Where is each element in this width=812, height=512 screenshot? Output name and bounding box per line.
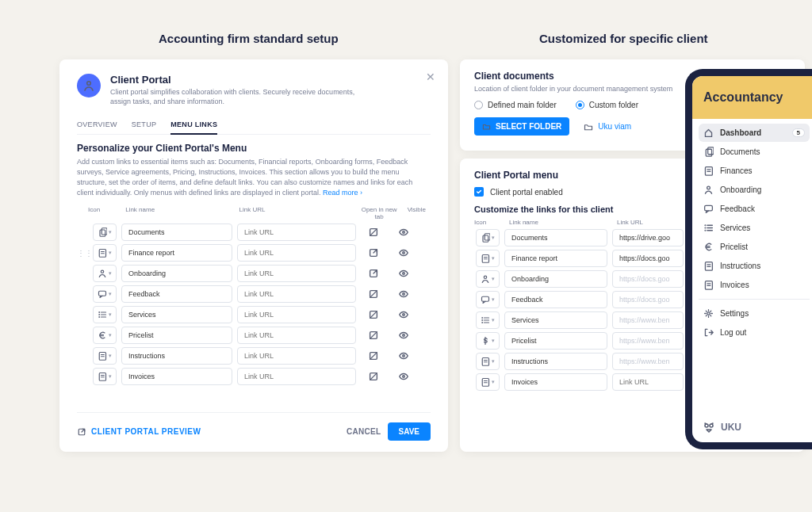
icon-picker[interactable]: ▾ <box>476 291 500 308</box>
link-name-input[interactable] <box>121 244 232 262</box>
link-url-input[interactable] <box>237 265 356 282</box>
icon-picker[interactable]: ▾ <box>93 306 117 323</box>
sidebar-item-onboarding[interactable]: Onboarding <box>699 181 810 199</box>
link-name-input[interactable] <box>121 347 232 365</box>
link-url-input[interactable] <box>237 327 356 344</box>
link-url-input[interactable] <box>612 250 684 267</box>
icon-picker[interactable]: ▾ <box>93 244 117 262</box>
visibility-toggle[interactable] <box>391 306 416 323</box>
sidebar-item-feedback[interactable]: Feedback <box>699 200 810 218</box>
link-url-input[interactable] <box>612 229 684 246</box>
link-name-input[interactable] <box>121 224 232 241</box>
icon-picker[interactable]: ▾ <box>476 373 500 391</box>
radio-custom-folder[interactable]: Custom folder <box>576 101 638 109</box>
link-url-input[interactable] <box>612 353 684 370</box>
open-in-new-tab-toggle[interactable] <box>361 327 386 344</box>
open-in-new-tab-toggle[interactable] <box>361 265 386 282</box>
open-in-new-tab-toggle[interactable] <box>361 244 386 262</box>
chevron-down-icon: ▾ <box>109 332 112 338</box>
sidebar-item-invoices[interactable]: Invoices <box>699 276 810 294</box>
chevron-down-icon: ▾ <box>109 353 112 359</box>
sidebar-item-dashboard[interactable]: Dashboard5 <box>699 124 810 142</box>
icon-picker[interactable]: ▾ <box>93 327 117 344</box>
cancel-button[interactable]: CANCEL <box>347 427 381 436</box>
link-url-input[interactable] <box>237 368 356 385</box>
link-url-input[interactable] <box>612 291 684 308</box>
sidebar-item-log-out[interactable]: Log out <box>699 323 810 342</box>
icon-picker[interactable]: ▾ <box>476 270 500 288</box>
save-button[interactable]: SAVE <box>388 422 431 441</box>
visibility-toggle[interactable] <box>391 327 416 344</box>
link-url-input[interactable] <box>237 347 356 365</box>
sidebar-item-label: Settings <box>720 309 749 318</box>
sidebar-item-documents[interactable]: Documents <box>699 143 810 161</box>
tab-setup[interactable]: SETUP <box>132 117 157 134</box>
open-in-new-tab-toggle[interactable] <box>361 368 386 385</box>
icon-picker[interactable]: ▾ <box>476 332 500 350</box>
link-name-input[interactable] <box>504 229 607 246</box>
open-in-new-tab-toggle[interactable] <box>361 306 386 323</box>
icon-picker[interactable]: ▾ <box>93 224 117 241</box>
link-name-input[interactable] <box>504 373 607 391</box>
menu-row: ⋮⋮▾ <box>77 244 431 262</box>
link-name-input[interactable] <box>121 327 232 344</box>
sidebar-item-services[interactable]: Services <box>699 219 810 237</box>
link-url-input[interactable] <box>612 332 684 350</box>
drag-handle-icon[interactable]: ⋮⋮ <box>77 249 86 258</box>
icon-picker[interactable]: ▾ <box>476 250 500 267</box>
icon-picker[interactable]: ▾ <box>476 229 500 246</box>
link-url-input[interactable] <box>237 306 356 323</box>
icon-picker[interactable]: ▾ <box>93 285 117 303</box>
link-url-input[interactable] <box>612 270 684 288</box>
icon-picker[interactable]: ▾ <box>93 347 117 365</box>
sidebar-item-finances[interactable]: Finances <box>699 162 810 180</box>
link-name-input[interactable] <box>504 332 607 350</box>
visibility-toggle[interactable] <box>391 285 416 303</box>
link-url-input[interactable] <box>237 224 356 241</box>
link-name-input[interactable] <box>504 270 607 288</box>
link-name-input[interactable] <box>504 353 607 370</box>
col-header-link-url: Link URL <box>239 206 356 220</box>
sidebar-item-settings[interactable]: Settings <box>699 304 810 323</box>
read-more-link[interactable]: Read more › <box>323 189 362 197</box>
link-name-input[interactable] <box>121 306 232 323</box>
client-portal-sidebar-preview: Accountancy Dashboard5DocumentsFinancesO… <box>685 69 812 449</box>
open-in-new-tab-toggle[interactable] <box>361 347 386 365</box>
chevron-down-icon: ▾ <box>492 379 495 385</box>
radio-defined-main-folder[interactable]: Defined main folder <box>474 101 557 109</box>
chevron-down-icon: ▾ <box>492 235 495 241</box>
link-url-input[interactable] <box>237 285 356 303</box>
link-url-input[interactable] <box>612 373 684 391</box>
sidebar-item-pricelist[interactable]: Pricelist <box>699 238 810 256</box>
open-in-new-tab-toggle[interactable] <box>361 285 386 303</box>
sidebar-item-instructions[interactable]: Instructions <box>699 257 810 275</box>
close-icon[interactable]: ✕ <box>426 71 435 83</box>
link-name-input[interactable] <box>504 311 607 329</box>
visibility-toggle[interactable] <box>391 265 416 282</box>
icon-picker[interactable]: ▾ <box>476 353 500 370</box>
portal-enabled-checkbox[interactable] <box>474 187 484 197</box>
link-url-input[interactable] <box>612 311 684 329</box>
visibility-toggle[interactable] <box>391 347 416 365</box>
open-in-new-tab-toggle[interactable] <box>361 224 386 241</box>
visibility-toggle[interactable] <box>391 368 416 385</box>
icon-picker[interactable]: ▾ <box>93 368 117 385</box>
client-portal-preview-link[interactable]: CLIENT PORTAL PREVIEW <box>77 427 201 437</box>
icon-picker[interactable]: ▾ <box>476 311 500 329</box>
icon-picker[interactable]: ▾ <box>93 265 117 282</box>
link-name-input[interactable] <box>121 368 232 385</box>
sidebar-item-label: Instructions <box>720 262 760 270</box>
tab-overview[interactable]: OVERVIEW <box>77 117 117 134</box>
r-col-link-url: Link URL <box>617 219 688 226</box>
link-url-input[interactable] <box>237 244 356 262</box>
brand-name: Accountancy <box>703 90 783 105</box>
link-name-input[interactable] <box>121 265 232 282</box>
visibility-toggle[interactable] <box>391 224 416 241</box>
link-name-input[interactable] <box>121 285 232 303</box>
tab-menu-links[interactable]: MENU LINKS <box>170 117 217 135</box>
visibility-toggle[interactable] <box>391 244 416 262</box>
select-folder-button[interactable]: SELECT FOLDER <box>474 117 569 136</box>
link-name-input[interactable] <box>504 291 607 308</box>
selected-folder-link[interactable]: Uku viam <box>584 122 631 132</box>
link-name-input[interactable] <box>504 250 607 267</box>
